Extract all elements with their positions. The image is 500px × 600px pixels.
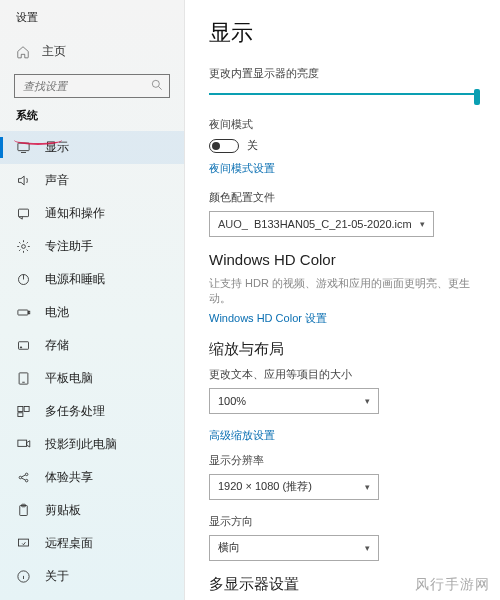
svg-point-18 — [19, 476, 22, 479]
night-mode-heading: 夜间模式 — [209, 117, 480, 132]
sidebar-item-display[interactable]: 显示 — [0, 131, 184, 164]
sidebar-item-label: 通知和操作 — [45, 205, 105, 222]
color-profile-prefix: AUO_ — [218, 218, 248, 230]
sidebar-item-storage[interactable]: 存储 — [0, 329, 184, 362]
color-profile-select[interactable]: AUO_ B133HAN05_C_21-05-2020.icm ▾ — [209, 211, 434, 237]
sidebar-item-label: 关于 — [45, 568, 69, 585]
svg-rect-9 — [29, 311, 30, 314]
notify-icon — [16, 206, 31, 221]
clipboard-icon — [16, 503, 31, 518]
night-mode-status: 关 — [247, 138, 258, 153]
svg-line-1 — [159, 87, 162, 90]
chevron-down-icon: ▾ — [420, 219, 425, 229]
sidebar-item-battery[interactable]: 电池 — [0, 296, 184, 329]
sidebar-item-power[interactable]: 电源和睡眠 — [0, 263, 184, 296]
sidebar-item-notifications[interactable]: 通知和操作 — [0, 197, 184, 230]
brightness-label: 更改内置显示器的亮度 — [209, 66, 480, 81]
sidebar-item-remote[interactable]: 远程桌面 — [0, 527, 184, 560]
svg-rect-15 — [24, 407, 29, 412]
color-profile-value: B133HAN05_C_21-05-2020.icm — [254, 218, 412, 230]
slider-track — [209, 93, 480, 95]
chevron-down-icon: ▾ — [365, 396, 370, 406]
resolution-label: 显示分辨率 — [209, 453, 480, 468]
sidebar-item-label: 投影到此电脑 — [45, 436, 117, 453]
night-mode-toggle[interactable] — [209, 139, 239, 153]
search-box — [14, 74, 170, 98]
svg-point-5 — [22, 245, 26, 249]
sidebar-item-focus[interactable]: 专注助手 — [0, 230, 184, 263]
battery-icon — [16, 305, 31, 320]
sidebar-item-shared[interactable]: 体验共享 — [0, 461, 184, 494]
sidebar-item-multitask[interactable]: 多任务处理 — [0, 395, 184, 428]
sidebar-item-label: 平板电脑 — [45, 370, 93, 387]
remote-icon — [16, 536, 31, 551]
resolution-value: 1920 × 1080 (推荐) — [218, 479, 312, 494]
search-icon — [150, 78, 164, 92]
sidebar-item-label: 多任务处理 — [45, 403, 105, 420]
sidebar-item-label: 剪贴板 — [45, 502, 81, 519]
resolution-select[interactable]: 1920 × 1080 (推荐) ▾ — [209, 474, 379, 500]
sidebar-item-label: 远程桌面 — [45, 535, 93, 552]
home-icon — [16, 45, 30, 59]
power-icon — [16, 272, 31, 287]
sidebar-item-tablet[interactable]: 平板电脑 — [0, 362, 184, 395]
svg-rect-16 — [18, 413, 23, 417]
nav-list: 显示 声音 通知和操作 专注助手 电源和睡眠 电池 存储 平板电脑 — [0, 131, 184, 593]
hd-color-desc: 让支持 HDR 的视频、游戏和应用的画面更明亮、更生动。 — [209, 276, 480, 307]
orientation-value: 横向 — [218, 540, 240, 555]
chevron-down-icon: ▾ — [365, 482, 370, 492]
orientation-label: 显示方向 — [209, 514, 480, 529]
storage-icon — [16, 338, 31, 353]
sidebar-item-clipboard[interactable]: 剪贴板 — [0, 494, 184, 527]
tablet-icon — [16, 371, 31, 386]
home-nav[interactable]: 主页 — [0, 37, 184, 66]
chevron-down-icon: ▾ — [365, 543, 370, 553]
display-icon — [16, 140, 31, 155]
sidebar-item-about[interactable]: 关于 — [0, 560, 184, 593]
hd-color-heading: Windows HD Color — [209, 251, 480, 268]
color-profile-heading: 颜色配置文件 — [209, 190, 480, 205]
home-label: 主页 — [42, 43, 66, 60]
about-icon — [16, 569, 31, 584]
svg-point-0 — [152, 80, 159, 87]
multitask-icon — [16, 404, 31, 419]
project-icon — [16, 437, 31, 452]
sidebar-item-project[interactable]: 投影到此电脑 — [0, 428, 184, 461]
watermark-text: 风行手游网 — [415, 576, 490, 594]
svg-rect-4 — [19, 209, 29, 217]
night-mode-settings-link[interactable]: 夜间模式设置 — [209, 161, 275, 176]
svg-rect-10 — [19, 342, 29, 350]
sidebar-item-label: 体验共享 — [45, 469, 93, 486]
scale-size-label: 更改文本、应用等项目的大小 — [209, 367, 480, 382]
app-title: 设置 — [0, 10, 184, 33]
page-title: 显示 — [209, 18, 480, 48]
sidebar-item-label: 存储 — [45, 337, 69, 354]
svg-rect-2 — [18, 143, 29, 151]
scale-size-value: 100% — [218, 395, 246, 407]
brightness-slider[interactable] — [209, 87, 480, 101]
advanced-scale-link[interactable]: 高级缩放设置 — [209, 428, 480, 443]
sidebar-item-label: 电池 — [45, 304, 69, 321]
svg-point-11 — [20, 347, 21, 348]
sidebar-item-label: 显示 — [45, 139, 69, 156]
sidebar-item-label: 声音 — [45, 172, 69, 189]
svg-point-19 — [25, 473, 28, 476]
scale-heading: 缩放与布局 — [209, 340, 480, 359]
orientation-select[interactable]: 横向 ▾ — [209, 535, 379, 561]
content-pane: 显示 更改内置显示器的亮度 夜间模式 关 夜间模式设置 颜色配置文件 AUO_ … — [185, 0, 500, 600]
shared-icon — [16, 470, 31, 485]
hd-color-link[interactable]: Windows HD Color 设置 — [209, 311, 327, 326]
focus-icon — [16, 239, 31, 254]
sound-icon — [16, 173, 31, 188]
svg-point-20 — [25, 479, 28, 482]
nav-section-label: 系统 — [0, 108, 184, 131]
svg-rect-8 — [18, 310, 28, 315]
svg-rect-14 — [18, 407, 23, 412]
svg-rect-17 — [18, 440, 27, 446]
sidebar-item-sound[interactable]: 声音 — [0, 164, 184, 197]
search-input[interactable] — [14, 74, 170, 98]
sidebar-item-label: 专注助手 — [45, 238, 93, 255]
sidebar: 设置 主页 系统 显示 声音 通知和操作 专注助手 电源和睡眠 — [0, 0, 185, 600]
slider-thumb[interactable] — [474, 89, 480, 105]
scale-size-select[interactable]: 100% ▾ — [209, 388, 379, 414]
